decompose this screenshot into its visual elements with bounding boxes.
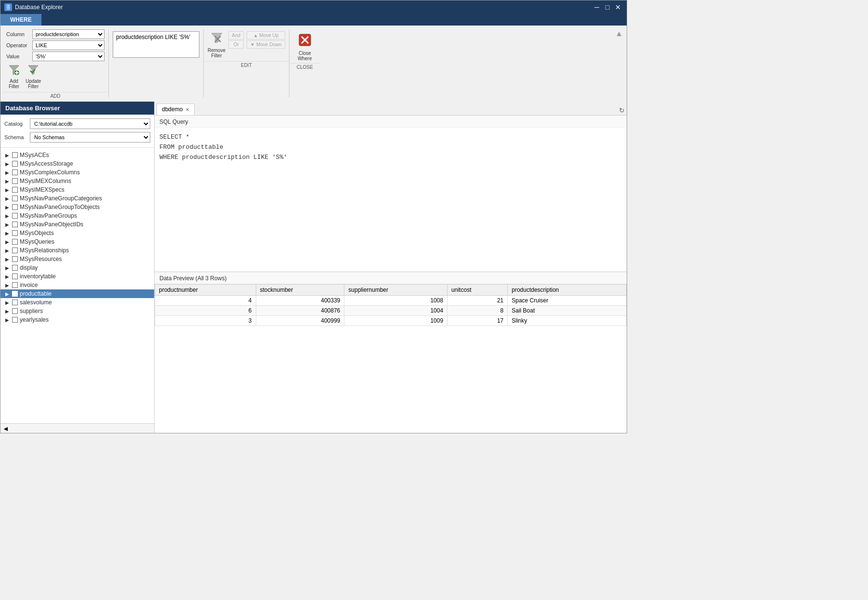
table-checkbox[interactable] <box>12 213 18 219</box>
expand-icon[interactable]: ▶ <box>4 248 10 253</box>
table-tree-item[interactable]: ▶salesvolume <box>0 298 154 307</box>
close-where-label[interactable]: CloseWhere <box>298 51 312 61</box>
table-name: MSysNavPaneGroupCategories <box>20 195 102 202</box>
table-row: 3400999100917Slinky <box>155 316 627 326</box>
table-tree-item[interactable]: ▶MSysAccessStorage <box>0 159 154 168</box>
table-checkbox[interactable] <box>12 248 18 253</box>
data-table-container: productnumberstocknumbersuppliernumberun… <box>155 284 627 433</box>
table-tree-item[interactable]: ▶inventorytable <box>0 272 154 281</box>
table-tree-item[interactable]: ▶MSysACEs <box>0 151 154 159</box>
expand-icon[interactable]: ▶ <box>4 204 10 210</box>
table-checkbox[interactable] <box>12 170 18 175</box>
toolbar: Column productdescription productnumber … <box>0 26 627 102</box>
table-tree-item[interactable]: ▶MSysQueries <box>0 237 154 246</box>
or-button[interactable]: Or <box>228 40 244 49</box>
table-name: MSysObjects <box>20 230 54 236</box>
table-checkbox[interactable]: ✓ <box>12 291 18 297</box>
table-tree-item[interactable]: ▶MSysResources <box>0 255 154 263</box>
sidebar-scroll-left[interactable]: ◄ <box>2 425 9 432</box>
table-checkbox[interactable] <box>12 222 18 227</box>
expand-icon[interactable]: ▶ <box>4 239 10 245</box>
operator-row: Operator LIKE = <> < > <box>6 40 105 50</box>
operator-select[interactable]: LIKE = <> < > <box>32 40 105 50</box>
table-tree-item[interactable]: ▶MSysObjects <box>0 229 154 237</box>
table-tree-item[interactable]: ▶display <box>0 263 154 272</box>
table-cell: 17 <box>447 316 508 326</box>
content-panel: SQL Query SELECT * FROM producttable WHE… <box>155 116 627 433</box>
table-checkbox[interactable] <box>12 230 18 236</box>
table-tree-item[interactable]: ▶✓producttable <box>0 289 154 298</box>
table-checkbox[interactable] <box>12 196 18 201</box>
expand-icon[interactable]: ▶ <box>4 308 10 314</box>
expand-icon[interactable]: ▶ <box>4 152 10 158</box>
value-select[interactable]: 'S%' <box>32 52 105 61</box>
expand-icon[interactable]: ▶ <box>4 282 10 288</box>
expand-icon[interactable]: ▶ <box>4 291 10 297</box>
and-button[interactable]: And <box>228 31 244 39</box>
table-cell: 1004 <box>344 306 447 316</box>
minimize-button[interactable]: ─ <box>592 2 602 12</box>
table-checkbox[interactable] <box>12 187 18 193</box>
table-checkbox[interactable] <box>12 256 18 262</box>
table-name: salesvolume <box>20 299 52 306</box>
expand-icon[interactable]: ▶ <box>4 274 10 279</box>
column-select[interactable]: productdescription productnumber stocknu… <box>32 29 105 39</box>
expand-icon[interactable]: ▶ <box>4 187 10 193</box>
expand-icon[interactable]: ▶ <box>4 222 10 227</box>
move-down-button[interactable]: ▼ Move Down <box>247 40 285 49</box>
table-checkbox[interactable] <box>12 265 18 271</box>
table-name: display <box>20 264 38 271</box>
maximize-button[interactable]: □ <box>603 2 612 12</box>
move-up-button[interactable]: ▲ Move Up <box>247 31 285 39</box>
where-tab[interactable]: WHERE <box>0 14 42 26</box>
table-checkbox[interactable] <box>12 308 18 314</box>
expand-icon[interactable]: ▶ <box>4 265 10 271</box>
expand-icon[interactable]: ▶ <box>4 317 10 323</box>
table-checkbox[interactable] <box>12 239 18 245</box>
table-checkbox[interactable] <box>12 152 18 158</box>
table-checkbox[interactable] <box>12 178 18 184</box>
table-checkbox[interactable] <box>12 204 18 210</box>
and-or-group: And Or <box>228 29 244 49</box>
table-cell: 6 <box>155 306 256 316</box>
sql-editor[interactable]: SELECT * FROM producttable WHERE product… <box>155 128 627 272</box>
table-tree-item[interactable]: ▶invoice <box>0 281 154 289</box>
expand-icon[interactable]: ▶ <box>4 256 10 262</box>
content-refresh-icon[interactable]: ↻ <box>617 105 627 115</box>
table-checkbox[interactable] <box>12 300 18 305</box>
table-checkbox[interactable] <box>12 274 18 279</box>
expand-icon[interactable]: ▶ <box>4 178 10 184</box>
table-tree-item[interactable]: ▶MSysNavPaneGroupToObjects <box>0 203 154 211</box>
expand-icon[interactable]: ▶ <box>4 196 10 201</box>
add-section: Column productdescription productnumber … <box>2 27 108 100</box>
catalog-select[interactable]: C:\tutorial.accdb <box>30 118 150 129</box>
tab-close-icon[interactable]: ✕ <box>185 107 189 112</box>
expand-icon[interactable]: ▶ <box>4 230 10 236</box>
table-checkbox[interactable] <box>12 161 18 167</box>
table-checkbox[interactable] <box>12 282 18 288</box>
table-cell: 8 <box>447 306 508 316</box>
table-checkbox[interactable] <box>12 317 18 323</box>
table-tree-item[interactable]: ▶suppliers <box>0 307 154 315</box>
table-name: MSysNavPaneGroups <box>20 212 77 219</box>
expand-icon[interactable]: ▶ <box>4 300 10 305</box>
table-tree-item[interactable]: ▶MSysIMEXColumns <box>0 177 154 185</box>
schema-select[interactable]: No Schemas <box>30 132 150 143</box>
update-filter-btn-group: UpdateFilter <box>26 62 41 89</box>
dbdemo-tab[interactable]: dbdemo ✕ <box>157 104 195 115</box>
sql-query-label: SQL Query <box>155 116 627 128</box>
expand-icon[interactable]: ▶ <box>4 213 10 219</box>
table-tree-item[interactable]: ▶yearlysales <box>0 315 154 324</box>
svg-marker-4 <box>28 65 38 75</box>
table-tree-item[interactable]: ▶MSysNavPaneObjectIDs <box>0 220 154 229</box>
table-tree-item[interactable]: ▶MSysRelationships <box>0 246 154 255</box>
expand-icon[interactable]: ▶ <box>4 170 10 175</box>
table-tree-item[interactable]: ▶MSysNavPaneGroups <box>0 211 154 220</box>
update-filter-icon <box>27 64 39 76</box>
close-button[interactable]: ✕ <box>613 2 623 12</box>
expand-icon[interactable]: ▶ <box>4 161 10 167</box>
table-tree-item[interactable]: ▶MSysComplexColumns <box>0 168 154 177</box>
table-tree-item[interactable]: ▶MSysNavPaneGroupCategories <box>0 194 154 203</box>
table-tree-item[interactable]: ▶MSysIMEXSpecs <box>0 185 154 194</box>
table-name: MSysResources <box>20 256 62 262</box>
